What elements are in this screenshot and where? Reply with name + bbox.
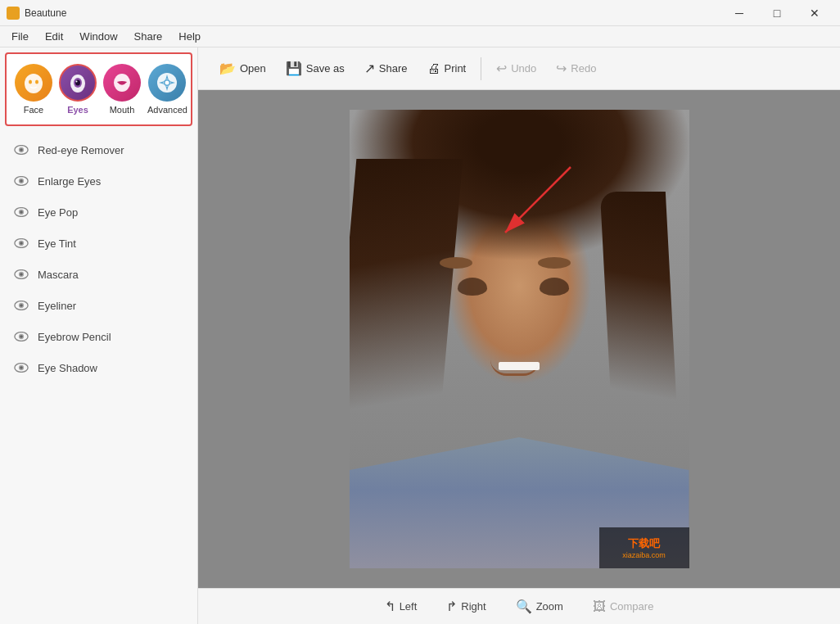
svg-point-22 [20,242,23,245]
title-bar: Beautune ─ □ ✕ [0,0,840,26]
tool-list: Red-eye Remover Enlarge Eyes [0,131,197,624]
right-icon: ↱ [446,599,457,614]
compare-label: Compare [610,600,653,613]
face-svg [22,71,45,94]
compare-icon: 🖼 [593,599,606,614]
tool-eye-tint[interactable]: Eye Tint [0,228,197,259]
window-controls: ─ □ ✕ [720,0,833,26]
tool-eye-pop[interactable]: Eye Pop [0,197,197,228]
tool-eye-icon-1 [13,173,29,189]
app-title: Beautune [25,7,66,19]
bottom-bar: ↰ Left ↱ Right 🔍 Zoom 🖼 Compare [198,588,840,624]
menu-help[interactable]: Help [170,29,209,44]
zoom-button[interactable]: 🔍 Zoom [504,595,575,618]
svg-point-19 [20,210,23,214]
mouth-icon [103,64,141,102]
tool-eyeliner[interactable]: Eyeliner [0,290,197,321]
svg-point-13 [20,148,23,151]
svg-point-16 [20,179,23,183]
tool-label-5: Eyeliner [38,300,76,312]
undo-button[interactable]: ↩ Undo [488,56,544,81]
canvas-area: 下载吧 xiazaiba.com [198,90,840,588]
tool-eye-icon-6 [13,328,29,345]
tab-mouth[interactable]: Mouth [102,61,142,118]
svg-point-10 [165,81,169,85]
photo-frame [350,110,689,568]
tool-eye-icon-0 [13,142,29,158]
advanced-icon [148,64,186,102]
svg-point-1 [29,80,32,84]
toolbar: 📂 Open 💾 Save as ↗ Share 🖨 Print ↩ Undo [198,47,840,90]
right-area: 📂 Open 💾 Save as ↗ Share 🖨 Print ↩ Undo [198,47,840,624]
share-button[interactable]: ↗ Share [356,56,416,81]
left-button[interactable]: ↰ Left [373,595,429,618]
tool-eye-icon-5 [13,297,29,314]
tool-eye-icon-3 [13,235,29,251]
right-label: Right [461,600,485,613]
right-button[interactable]: ↱ Right [435,595,497,618]
tool-label-3: Eye Tint [38,237,76,250]
svg-point-25 [20,273,23,276]
advanced-svg [156,71,178,94]
tool-eye-icon-4 [13,266,29,283]
watermark: 下载吧 xiazaiba.com [599,527,689,568]
tab-eyes[interactable]: Eyes [57,61,98,118]
toolbar-separator [481,57,481,80]
zoom-icon: 🔍 [516,599,532,614]
save-as-button[interactable]: 💾 Save as [278,56,353,81]
tool-label-0: Red-eye Remover [38,144,124,156]
tool-red-eye-remover[interactable]: Red-eye Remover [0,134,197,165]
tool-label-2: Eye Pop [38,206,78,219]
photo-container: 下载吧 xiazaiba.com [350,110,689,568]
svg-point-28 [20,304,23,307]
compare-button[interactable]: 🖼 Compare [581,595,665,618]
face-tab-label: Face [24,105,43,115]
folder-icon: 📂 [219,61,236,76]
tool-mascara[interactable]: Mascara [0,259,197,290]
close-button[interactable]: ✕ [796,0,833,26]
tab-face[interactable]: Face [13,61,54,118]
tool-eye-shadow[interactable]: Eye Shadow [0,352,197,383]
eyes-icon [59,64,97,102]
open-button[interactable]: 📂 Open [211,56,274,81]
left-icon: ↰ [385,599,395,614]
redo-button[interactable]: ↪ Redo [548,56,604,81]
undo-label: Undo [511,62,536,75]
svg-point-2 [35,80,38,84]
face-icon [15,64,52,102]
sidebar: Face Eyes [0,47,198,624]
tool-eye-icon-7 [13,359,29,376]
print-button[interactable]: 🖨 Print [419,57,475,81]
tab-advanced[interactable]: Advanced [146,61,189,118]
tool-label-4: Mascara [38,269,79,281]
svg-point-5 [75,80,80,86]
undo-icon: ↩ [496,61,507,76]
menu-window[interactable]: Window [71,29,125,44]
svg-point-34 [20,366,23,369]
share-label: Share [379,62,408,75]
save-icon: 💾 [286,61,302,76]
category-tabs: Face Eyes [5,52,192,126]
left-label: Left [400,600,418,613]
menu-edit[interactable]: Edit [37,29,71,44]
share-icon: ↗ [364,61,375,76]
tool-enlarge-eyes[interactable]: Enlarge Eyes [0,165,197,197]
menu-file[interactable]: File [3,29,37,44]
maximize-button[interactable]: □ [758,0,796,26]
tool-eyebrow-pencil[interactable]: Eyebrow Pencil [0,321,197,352]
tool-label-1: Enlarge Eyes [38,175,101,188]
main-content: Face Eyes [0,47,840,624]
menu-share[interactable]: Share [126,29,171,44]
tool-label-7: Eye Shadow [38,362,97,374]
mouth-tab-label: Mouth [110,105,135,115]
open-label: Open [240,62,266,75]
svg-point-31 [20,335,23,338]
print-icon: 🖨 [427,61,440,76]
save-as-label: Save as [306,62,345,75]
zoom-label: Zoom [536,600,563,613]
redo-label: Redo [571,62,596,75]
advanced-tab-label: Advanced [147,105,187,115]
eyes-tab-label: Eyes [67,105,88,115]
minimize-button[interactable]: ─ [720,0,758,26]
tool-label-6: Eyebrow Pencil [38,331,111,343]
